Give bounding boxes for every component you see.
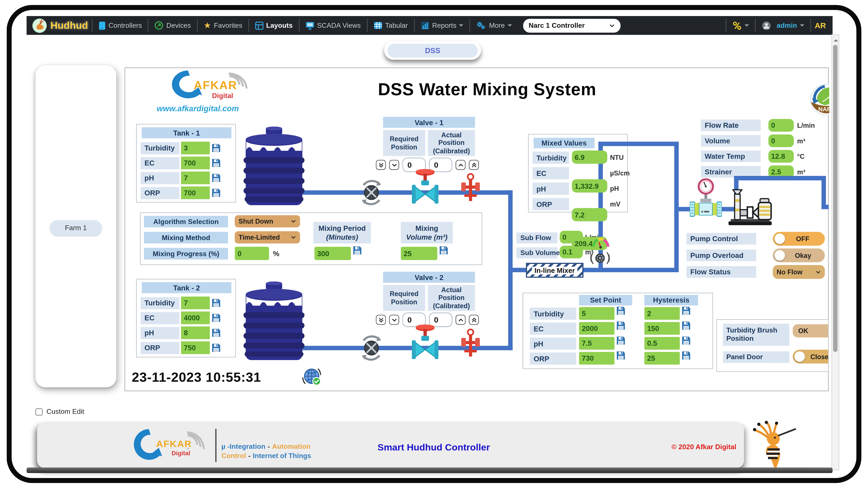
tank1-turbidity-input[interactable]: 3 — [181, 142, 210, 155]
hysteresis-col-header: Hysteresis — [644, 295, 698, 305]
algorithm-selection-dropdown[interactable]: Shut Down — [235, 215, 300, 227]
tank2-ph-input[interactable]: 8 — [181, 326, 210, 339]
save-icon[interactable] — [616, 351, 625, 360]
sp-ec-hysteresis[interactable]: 150 — [644, 322, 680, 335]
save-icon[interactable] — [211, 188, 221, 197]
last-update-timestamp: 23-11-2023 10:55:31 — [132, 369, 261, 385]
chevron-down-icon — [800, 24, 804, 29]
language-toggle[interactable]: AR — [815, 21, 826, 30]
valve2-fast-close-button[interactable] — [376, 315, 386, 325]
pump-overload-label: Pump Overload — [686, 250, 756, 261]
save-icon[interactable] — [681, 321, 691, 330]
devices-icon — [155, 21, 164, 30]
controller-select[interactable]: Narc 1 Controller — [523, 19, 621, 32]
sidebar-item-farm1[interactable]: Farm 1 — [50, 220, 102, 235]
double-chevron-up-icon — [471, 162, 477, 168]
sp-ec-setpoint[interactable]: 2000 — [579, 322, 614, 335]
panel-door-toggle[interactable]: Closed — [793, 350, 829, 363]
mixed-ph-label: pH — [532, 183, 569, 195]
sp-ph-setpoint[interactable]: 7.5 — [579, 337, 614, 350]
volume-value: 0 — [768, 134, 794, 147]
save-icon[interactable] — [616, 306, 625, 315]
user-menu[interactable]: admin — [760, 21, 806, 30]
farm-sidebar: Farm 1 — [35, 65, 116, 387]
valve2-close-button[interactable] — [389, 315, 399, 325]
website-link[interactable]: www.afkardigital.com — [157, 104, 273, 113]
valve2-actual-col: Actual Position (Calibrated) — [428, 285, 475, 311]
nav-item-devices[interactable]: Devices — [153, 21, 193, 30]
mixing-period-input[interactable]: 300 — [314, 247, 351, 260]
tab-dss[interactable]: DSS — [384, 41, 481, 60]
nav-item-scada-views[interactable]: SCADA Views — [303, 21, 363, 30]
valve1-open-button[interactable] — [456, 160, 465, 170]
brand-hudhud[interactable]: Hudhud — [50, 20, 88, 31]
tank2-orp-input[interactable]: 750 — [181, 341, 210, 354]
sp-turbidity-hysteresis[interactable]: 2 — [644, 307, 680, 320]
pump-control-toggle[interactable]: OFF — [773, 232, 825, 246]
mixing-volume-input[interactable]: 25 — [401, 247, 437, 260]
mixing-method-dropdown[interactable]: Time-Limited — [235, 231, 300, 243]
mixed-ph-value: 7.2 — [572, 208, 607, 221]
valve1-close-button[interactable] — [389, 160, 399, 170]
tank1-orp-input[interactable]: 700 — [181, 187, 210, 199]
valve1-fast-close-button[interactable] — [376, 160, 386, 170]
nav-item-reports[interactable]: Reports — [418, 21, 466, 30]
tank1-ph-input[interactable]: 7 — [181, 171, 210, 184]
horizontal-scrollbar[interactable] — [27, 467, 832, 473]
sp-orp-hysteresis[interactable]: 25 — [644, 352, 680, 365]
save-icon[interactable] — [616, 336, 625, 345]
footer-title: Smart Hudhud Controller — [378, 442, 490, 453]
nav-item-layouts[interactable]: Layouts — [253, 21, 295, 30]
sp-turbidity-setpoint[interactable]: 5 — [579, 307, 614, 320]
tank1-ec-input[interactable]: 700 — [181, 157, 210, 169]
nav-item-label: Layouts — [266, 22, 292, 29]
mixed-orp-unit: mV — [610, 200, 620, 208]
save-icon[interactable] — [211, 143, 221, 153]
nav-item-favorites[interactable]: ★ Favorites — [202, 21, 245, 30]
save-icon[interactable] — [681, 351, 691, 360]
pump-overload-toggle[interactable]: Okay — [773, 248, 825, 262]
save-icon[interactable] — [211, 343, 221, 352]
mixing-period-label: Mixing Period — [318, 224, 366, 233]
valve2-open-button[interactable] — [456, 315, 465, 325]
save-icon[interactable] — [352, 246, 362, 255]
save-icon[interactable] — [681, 306, 691, 315]
save-icon[interactable] — [211, 298, 221, 307]
inline-mixer-label: In-line Mixer — [532, 266, 578, 274]
save-icon[interactable] — [681, 336, 691, 345]
tank2-row-orp: ORP 750 — [141, 341, 221, 354]
nav-item-controllers[interactable]: Controllers — [96, 21, 144, 30]
mixing-progress-label: Mixing Progress (%) — [144, 248, 228, 260]
tank1-row-orp: ORP 700 — [141, 187, 221, 199]
narc-logo: NARC — [809, 82, 829, 117]
valve1-required-col: Required Position — [383, 130, 425, 156]
save-icon[interactable] — [211, 158, 221, 168]
connections-menu[interactable] — [730, 21, 751, 30]
divider — [755, 19, 755, 32]
valve1-fast-open-button[interactable] — [469, 160, 479, 170]
divider — [414, 19, 414, 32]
tank2-turbidity-input[interactable]: 7 — [181, 296, 210, 309]
custom-edit-checkbox[interactable] — [35, 409, 42, 416]
save-icon[interactable] — [439, 246, 448, 255]
vertical-scrollbar[interactable] — [832, 34, 839, 470]
divider — [367, 19, 367, 32]
scroll-up-arrow[interactable] — [834, 37, 838, 41]
sp-ph-hysteresis[interactable]: 0.5 — [644, 337, 680, 350]
tank2-ec-input[interactable]: 4000 — [181, 312, 210, 324]
nav-item-tabular[interactable]: Tabular — [371, 21, 410, 30]
save-icon[interactable] — [211, 328, 221, 337]
sp-orp-setpoint[interactable]: 730 — [579, 352, 614, 365]
valve2-fast-open-button[interactable] — [469, 315, 479, 325]
divider — [470, 19, 470, 32]
tagline-automation: Automation — [272, 443, 311, 451]
mixed-ec-unit: µS/cm — [610, 169, 630, 177]
flow-status-dropdown[interactable]: No Flow — [773, 265, 825, 279]
nav-item-more[interactable]: More — [474, 21, 514, 30]
user-icon — [762, 21, 771, 30]
scrollbar-thumb[interactable] — [833, 45, 837, 352]
save-icon[interactable] — [211, 313, 221, 323]
globe-connected-icon — [302, 366, 321, 386]
save-icon[interactable] — [616, 321, 625, 330]
save-icon[interactable] — [211, 173, 221, 183]
